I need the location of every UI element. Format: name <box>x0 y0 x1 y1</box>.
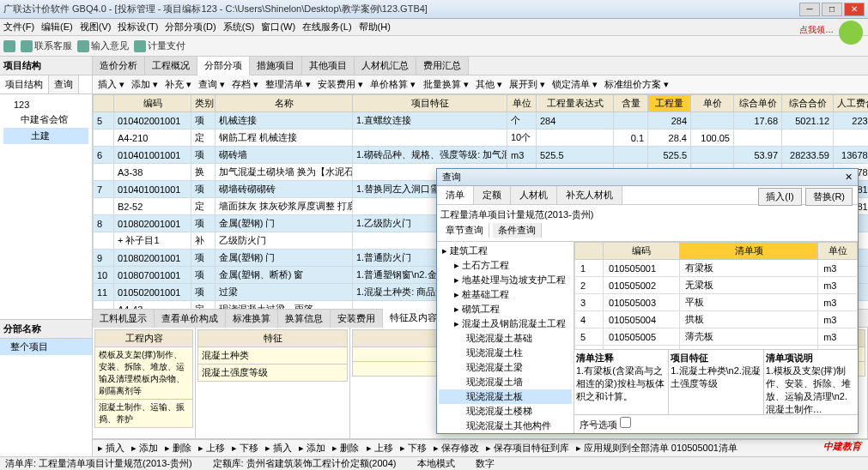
main-tab[interactable]: 分部分项 <box>197 57 250 75</box>
grid-header[interactable]: 项目特征 <box>353 95 507 112</box>
dialog-search-tab[interactable]: 条件查询 <box>493 223 542 238</box>
subtoolbar-item[interactable]: 批量换算 ▾ <box>423 78 469 91</box>
menu-item[interactable]: 系统(S) <box>223 21 255 33</box>
main-tab[interactable]: 造价分析 <box>93 57 145 75</box>
action-item[interactable]: ▸ 应用规则到全部清单 010505001清单 <box>576 442 737 455</box>
tree-item[interactable]: 123 <box>3 98 88 111</box>
subtoolbar-item[interactable]: 查询 ▾ <box>198 78 225 91</box>
dialog-tree-item[interactable]: ▸ 土石方工程 <box>439 258 572 273</box>
minimize-button[interactable]: ─ <box>799 3 820 16</box>
bp-cell[interactable]: 混凝土制作、运输、振捣、养护 <box>94 399 193 428</box>
grid-header[interactable]: 综合合价 <box>782 95 834 112</box>
action-item[interactable]: ▸ 插入 <box>98 442 124 455</box>
left-bottom-item[interactable]: 整个项目 <box>0 339 92 355</box>
grid-header[interactable]: 工程量 <box>648 95 691 112</box>
dialog-insert-button[interactable]: 插入(I) <box>758 188 801 206</box>
grid-header[interactable]: 综合单价 <box>734 95 782 112</box>
grid-header[interactable]: 人工费合价 <box>834 95 869 112</box>
grid-header[interactable]: 单价 <box>691 95 734 112</box>
dialog-tab[interactable]: 补充人材机 <box>557 186 622 204</box>
main-tab[interactable]: 其他项目 <box>302 57 355 75</box>
dialog-tree-item[interactable]: ▸ 桩基础工程 <box>439 287 572 302</box>
bp-cell[interactable]: 混凝土种类 <box>197 346 348 365</box>
main-tab[interactable]: 工程概况 <box>145 57 197 75</box>
dialog-grid-header[interactable]: 编码 <box>604 243 680 260</box>
dialog-tree-item[interactable]: 现浇混凝土基础 <box>439 331 572 346</box>
close-button[interactable]: ✕ <box>844 3 865 16</box>
grid-header[interactable] <box>94 95 114 112</box>
tree-item[interactable]: 土建 <box>3 128 88 144</box>
tree-item[interactable]: 中建省会馆 <box>3 111 88 128</box>
dialog-search-tab[interactable]: 章节查询 <box>440 223 489 238</box>
menu-item[interactable]: 视图(V) <box>80 21 112 33</box>
grid-header[interactable]: 编码 <box>114 95 191 112</box>
menu-item[interactable]: 投标设(T) <box>118 21 158 33</box>
dialog-grid-row[interactable]: 3010505003平板m3 <box>575 294 858 311</box>
subtoolbar-item[interactable]: 锁定清单 ▾ <box>552 78 598 91</box>
dialog-grid-header[interactable]: 单位 <box>818 243 858 260</box>
dialog-grid-row[interactable]: 2010505002无梁板m3 <box>575 277 858 294</box>
grid-header[interactable]: 工程量表达式 <box>537 95 614 112</box>
menu-item[interactable]: 分部分项(D) <box>165 21 215 33</box>
maximize-button[interactable]: □ <box>822 3 842 16</box>
dialog-replace-button[interactable]: 替换(R) <box>805 188 853 206</box>
subtoolbar-item[interactable]: 存档 ▾ <box>232 78 258 91</box>
left-tab-query[interactable]: 查询 <box>49 75 79 93</box>
grid-header[interactable]: 名称 <box>215 95 353 112</box>
dialog-grid-row[interactable]: 5010505005薄壳板m3 <box>575 328 858 346</box>
dialog-tree-item[interactable]: 现浇混凝土其他构件 <box>439 419 572 433</box>
seq-checkbox[interactable] <box>620 417 631 428</box>
dialog-tree-item[interactable]: ▸ 地基处理与边坡支护工程 <box>439 273 572 287</box>
grid-header[interactable]: 单位 <box>507 95 537 112</box>
subtoolbar-item[interactable]: 补充 ▾ <box>165 78 191 91</box>
menu-item[interactable]: 帮助(H) <box>359 21 391 33</box>
main-tab[interactable]: 措施项目 <box>250 57 302 75</box>
dialog-tab[interactable]: 定额 <box>474 186 511 204</box>
bp-cell[interactable]: 混凝土强度等级 <box>197 364 348 382</box>
dialog-grid-header[interactable] <box>575 243 604 260</box>
bottom-tab[interactable]: 标准换算 <box>226 310 278 328</box>
action-item[interactable]: ▸ 添加 <box>131 442 158 455</box>
dialog-tree-item[interactable]: 现浇混凝土楼梯 <box>439 404 572 419</box>
action-item[interactable]: ▸ 上移 <box>198 442 225 455</box>
subtoolbar-item[interactable]: 添加 ▾ <box>131 78 158 91</box>
subtoolbar-item[interactable]: 其他 ▾ <box>476 78 502 91</box>
menu-item[interactable]: 编辑(E) <box>41 21 73 33</box>
dialog-grid[interactable]: 编码清单项单位1010505001有梁板m32010505002无梁板m3301… <box>574 242 858 349</box>
menu-item[interactable]: 窗口(W) <box>261 21 295 33</box>
action-item[interactable]: ▸ 下移 <box>400 442 427 455</box>
mascot-icon[interactable] <box>839 21 863 45</box>
action-item[interactable]: ▸ 保存项目特征到库 <box>486 442 569 455</box>
grid-row[interactable]: A4-210定钢筋工程 机械连接10个0.128.4100.05 <box>94 130 869 147</box>
left-tab-struct[interactable]: 项目结构 <box>0 75 49 93</box>
subtoolbar-item[interactable]: 展开到 ▾ <box>509 78 545 91</box>
action-item[interactable]: ▸ 插入 <box>265 442 292 455</box>
action-item[interactable]: ▸ 添加 <box>299 442 325 455</box>
bottom-tab[interactable]: 查看单价构成 <box>155 310 226 328</box>
subtoolbar-item[interactable]: 标准组价方案 ▾ <box>604 78 669 91</box>
subtoolbar-item[interactable]: 安装费用 ▾ <box>318 78 363 91</box>
dialog-tree-item[interactable]: 现浇混凝土梁 <box>439 360 572 375</box>
dialog-tree-item[interactable]: ▸ 混凝土及钢筋混凝土工程 <box>439 316 572 331</box>
dialog-close-icon[interactable]: ✕ <box>845 172 853 183</box>
dialog-tab[interactable]: 人材机 <box>511 186 557 204</box>
dialog-tree-item[interactable]: 现浇混凝土板 <box>439 389 572 404</box>
bottom-tab[interactable]: 安装费用 <box>331 310 383 328</box>
grid-row[interactable]: 6010401001001项砌砖墙1.砌砖品种、规格、强度等级: 加气混凝土砌块… <box>94 147 869 164</box>
dialog-tree-item[interactable]: 现浇混凝土柱 <box>439 346 572 360</box>
action-item[interactable]: ▸ 删除 <box>332 442 359 455</box>
subtoolbar-item[interactable]: 插入 ▾ <box>98 78 124 91</box>
grid-header[interactable]: 类别 <box>191 95 215 112</box>
menu-item[interactable]: 文件(F) <box>3 21 34 33</box>
dialog-grid-row[interactable]: 4010505004拱板m3 <box>575 311 858 328</box>
subtoolbar-item[interactable]: 单价格算 ▾ <box>370 78 416 91</box>
dialog-grid-row[interactable]: 1010505001有梁板m3 <box>575 260 858 277</box>
action-item[interactable]: ▸ 下移 <box>232 442 258 455</box>
toolbar-item[interactable]: 计量支付 <box>134 39 185 52</box>
dialog-tree[interactable]: ▸ 建筑工程▸ 土石方工程▸ 地基处理与边坡支护工程▸ 桩基础工程▸ 砌筑工程▸… <box>437 242 574 433</box>
toolbar-item[interactable]: 联系客服 <box>21 39 72 52</box>
dialog-tree-item[interactable]: ▸ 建筑工程 <box>439 244 572 258</box>
main-tab[interactable]: 费用汇总 <box>416 57 469 75</box>
action-item[interactable]: ▸ 删除 <box>165 442 191 455</box>
action-item[interactable]: ▸ 保存修改 <box>434 442 479 455</box>
